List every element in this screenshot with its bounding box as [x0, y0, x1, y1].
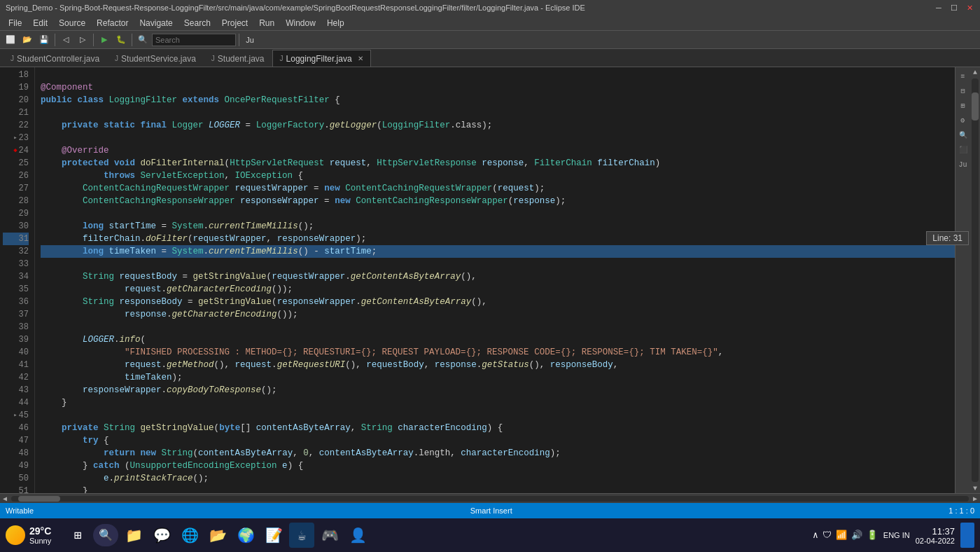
toolbar-open[interactable]: 📂 [20, 32, 35, 48]
taskbar-chrome[interactable]: 🌐 [177, 523, 202, 548]
toolbar-separator-4 [239, 34, 239, 46]
java-icon-2: J [115, 55, 118, 62]
scroll-down-button[interactable]: ▼ [970, 483, 980, 493]
clock-date: 02-04-2022 [916, 537, 955, 545]
taskbar-app-3[interactable]: 👤 [345, 523, 370, 548]
sidebar-icon-2[interactable]: ⊟ [957, 85, 969, 97]
tray-network[interactable]: 📶 [836, 530, 847, 541]
system-tray: ∧ 🛡 📶 🔊 🔋 [813, 530, 878, 541]
title-bar: Spring_Demo - Spring-Boot-Request-Respon… [0, 0, 980, 15]
menu-refactor[interactable]: Refactor [91, 17, 134, 29]
status-insert: Smart Insert [470, 506, 512, 515]
menu-run[interactable]: Run [253, 17, 280, 29]
sidebar-icon-6[interactable]: ⬛ [957, 144, 969, 156]
status-bar: Writable Smart Insert 1 : 1 : 0 [0, 503, 980, 518]
taskbar-lang: ENG IN [883, 531, 910, 539]
sidebar-icon-3[interactable]: ⊞ [957, 99, 969, 112]
toolbar-search[interactable]: 🔍 [135, 32, 150, 48]
toolbar-forward[interactable]: ▷ [75, 32, 90, 48]
toolbar-run[interactable]: ▶ [97, 32, 112, 48]
temperature: 29°C [29, 525, 51, 537]
sidebar-icon-1[interactable]: ≡ [957, 70, 969, 83]
tab-close-icon[interactable]: ✕ [358, 55, 363, 62]
toolbar-search-input[interactable] [152, 34, 236, 46]
taskbar-clock[interactable]: 11:37 02-04-2022 [916, 526, 955, 545]
toolbar: ⬜ 📂 💾 ◁ ▷ ▶ 🐛 🔍 Ju [0, 31, 980, 49]
taskbar-messaging[interactable]: 💬 [149, 523, 174, 548]
scroll-up-button[interactable]: ▲ [970, 67, 980, 77]
taskbar-edge[interactable]: 🌍 [233, 523, 258, 548]
line-numbers: 18 19 20 21 22 ▸23 ◆24 25 26 27 28 29 30… [0, 67, 35, 493]
code-editor: 18 19 20 21 22 ▸23 ◆24 25 26 27 28 29 30… [0, 67, 980, 493]
h-scroll-track[interactable] [11, 496, 969, 502]
weather-widget: 29°C Sunny [29, 525, 51, 545]
menu-help[interactable]: Help [321, 17, 350, 29]
menu-source[interactable]: Source [53, 17, 91, 29]
toolbar-separator-3 [132, 34, 132, 46]
scroll-right-button[interactable]: ▶ [970, 494, 980, 504]
tab-studentservice[interactable]: J StudentService.java [107, 50, 204, 67]
toolbar-new[interactable]: ⬜ [3, 32, 18, 48]
taskbar-app-2[interactable]: 🎮 [317, 523, 342, 548]
code-text[interactable]: @Component public class LoggingFilter ex… [35, 67, 980, 493]
toolbar-perspective[interactable]: Ju [242, 32, 258, 48]
taskbar-eclipse[interactable]: ☕ [289, 523, 314, 548]
tabs-bar: J StudentController.java J StudentServic… [0, 49, 980, 67]
toolbar-separator-1 [55, 34, 55, 46]
java-icon-4: J [280, 55, 284, 62]
taskbar-search-button[interactable]: 🔍 [93, 524, 118, 546]
right-sidebar: ≡ ⊟ ⊞ ⚙ 🔍 ⬛ Ju [955, 67, 970, 493]
horizontal-scrollbar: ◀ ▶ [0, 493, 980, 503]
tray-volume[interactable]: 🔊 [851, 530, 862, 541]
clock-time: 11:37 [916, 526, 955, 537]
h-scroll-thumb[interactable] [18, 496, 60, 502]
taskbar-notes[interactable]: 📝 [261, 523, 286, 548]
toolbar-save[interactable]: 💾 [36, 32, 52, 48]
toolbar-debug[interactable]: 🐛 [113, 32, 129, 48]
start-button[interactable]: ⊞ [65, 523, 90, 548]
line-tooltip: Line: 31 [926, 231, 969, 245]
vertical-scrollbar[interactable]: ▲ ▼ [970, 67, 980, 493]
menu-project[interactable]: Project [216, 17, 253, 29]
tab-student[interactable]: J Student.java [204, 50, 272, 67]
status-position: 1 : 1 : 0 [948, 506, 974, 515]
sidebar-icon-4[interactable]: ⚙ [957, 114, 969, 127]
toolbar-back[interactable]: ◁ [58, 32, 74, 48]
maximize-button[interactable]: ☐ [949, 3, 959, 13]
taskbar-files[interactable]: 📂 [205, 523, 230, 548]
menu-navigate[interactable]: Navigate [134, 17, 178, 29]
menu-window[interactable]: Window [280, 17, 321, 29]
tab-studentcontroller[interactable]: J StudentController.java [3, 50, 107, 67]
scroll-thumb[interactable] [972, 92, 979, 120]
minimize-button[interactable]: ─ [934, 3, 944, 13]
scroll-track[interactable] [972, 78, 979, 482]
window-title: Spring_Demo - Spring-Boot-Request-Respon… [6, 4, 585, 12]
menu-bar: File Edit Source Refactor Navigate Searc… [0, 15, 980, 31]
taskbar: 29°C Sunny ⊞ 🔍 📁 💬 🌐 📂 🌍 📝 ☕ 🎮 👤 ∧ 🛡 📶 🔊… [0, 518, 980, 552]
menu-edit[interactable]: Edit [27, 17, 53, 29]
java-icon-3: J [211, 55, 215, 62]
taskbar-right: ∧ 🛡 📶 🔊 🔋 ENG IN 11:37 02-04-2022 [813, 523, 974, 548]
tray-chevron[interactable]: ∧ [813, 530, 818, 541]
close-button[interactable]: ✕ [965, 3, 974, 13]
menu-search[interactable]: Search [178, 17, 216, 29]
status-writable: Writable [6, 506, 34, 515]
java-icon-1: J [10, 55, 14, 62]
sidebar-icon-5[interactable]: 🔍 [957, 129, 969, 142]
taskbar-file-manager[interactable]: 📁 [121, 523, 146, 548]
show-desktop-button[interactable] [960, 523, 974, 548]
tray-battery[interactable]: 🔋 [867, 530, 878, 541]
tab-loggingfilter[interactable]: J LoggingFilter.java ✕ [272, 50, 371, 67]
sidebar-icon-7[interactable]: Ju [957, 158, 969, 171]
tray-security[interactable]: 🛡 [822, 530, 832, 541]
menu-file[interactable]: File [3, 17, 27, 29]
toolbar-separator-2 [93, 34, 94, 46]
weather-condition: Sunny [29, 537, 51, 545]
weather-icon [6, 525, 25, 545]
scroll-left-button[interactable]: ◀ [0, 494, 10, 504]
